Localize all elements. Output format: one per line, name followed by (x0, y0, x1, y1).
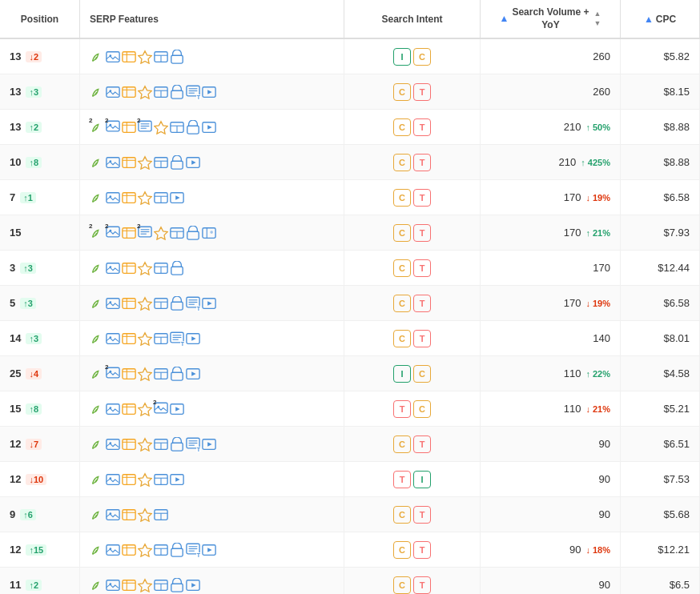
volume-cell: 170 ↓ 19% (481, 180, 621, 215)
col-header-position[interactable]: Position (0, 0, 80, 38)
serp-icon-sitelink (154, 437, 168, 452)
svg-rect-190 (171, 548, 183, 556)
cpc-value: $5.82 (663, 50, 690, 62)
sort-arrows[interactable]: ▲ ▼ (594, 10, 601, 28)
serp-icon-star (138, 296, 152, 311)
svg-marker-177 (139, 508, 151, 520)
serp-icon-sitelink (154, 578, 168, 592)
cpc-cell: $6.58 (621, 180, 700, 215)
serp-icons (90, 578, 200, 592)
intent-badge-C: C (393, 83, 411, 101)
cpc-value: $8.15 (663, 86, 690, 98)
position-change: ↓4 (26, 368, 42, 379)
serp-icon-shop (186, 120, 200, 134)
serp-icon-text2: 2 (138, 226, 152, 240)
serp-icon-video (186, 367, 200, 381)
intent-cell: CT (344, 251, 481, 285)
svg-rect-19 (171, 90, 183, 98)
serp-icon-text: T (186, 85, 200, 99)
position-number: 15 (10, 227, 21, 239)
table-row: 9 ↑6 CT 90 $5.68 (0, 497, 700, 532)
serp-icons: T (90, 331, 200, 346)
svg-marker-160 (207, 442, 211, 446)
svg-marker-208 (191, 583, 195, 587)
volume-cell: 90 ↓ 18% (481, 532, 621, 567)
position-number: 9 (10, 508, 15, 520)
svg-rect-174 (123, 509, 135, 520)
position-change: ↑6 (20, 509, 36, 520)
cpc-value: $4.58 (663, 367, 690, 379)
volume-cell: 260 (481, 39, 621, 74)
serp-cell: T (80, 74, 344, 109)
svg-marker-144 (175, 407, 179, 411)
cpc-cell: $12.44 (621, 251, 700, 285)
svg-marker-74 (155, 227, 167, 239)
cpc-value: $7.93 (663, 227, 690, 239)
yoy-change: ↑ 22% (585, 369, 610, 379)
intent-cell: CT (344, 145, 481, 179)
volume-number: 170 (593, 262, 610, 274)
cpc-cell: $8.15 (621, 74, 700, 109)
col-header-cpc[interactable]: ▲ CPC (621, 0, 700, 38)
volume-cell: 140 (481, 321, 621, 355)
serp-icon-local (122, 226, 136, 240)
serp-icons (90, 261, 184, 275)
col-header-volume[interactable]: ▲ Search Volume + YoY ▲ ▼ (481, 0, 621, 38)
serp-icon-shop (186, 226, 200, 240)
cpc-value: $6.51 (663, 438, 690, 450)
serp-icon-img2: 2 (106, 120, 120, 134)
position-number: 12 (10, 438, 21, 450)
svg-point-81 (210, 231, 213, 234)
yoy-change: ↑ 50% (585, 122, 610, 132)
intent-badge-T: T (413, 295, 431, 312)
svg-marker-53 (191, 160, 195, 164)
serp-icon-local (122, 50, 136, 64)
serp-icon-shop (170, 296, 184, 311)
col-header-intent[interactable]: Search Intent (344, 0, 481, 38)
intent-badge-C: C (413, 365, 431, 383)
serp-icon-leaf (90, 578, 104, 592)
intent-badge-T: T (413, 154, 431, 171)
svg-marker-87 (139, 262, 151, 274)
yoy-change: ↑ 425% (581, 158, 610, 167)
position-cell: 5 ↑3 (0, 286, 80, 320)
svg-rect-172 (107, 509, 119, 520)
position-cell: 13 ↓2 (0, 39, 80, 74)
serp-icon-local (122, 578, 136, 592)
cpc-cell: $7.53 (621, 462, 700, 496)
svg-rect-67 (123, 227, 135, 238)
cpc-cell: $6.58 (621, 286, 700, 320)
serp-cell: 2 (80, 391, 344, 426)
position-change: ↑3 (20, 263, 36, 274)
position-number: 3 (10, 262, 15, 274)
yoy-change: ↓ 19% (585, 193, 610, 203)
intent-badge-T: T (413, 118, 431, 136)
cpc-value: $5.21 (663, 403, 690, 415)
table-row: 12 ↓7 T CT 90 $6.51 (0, 427, 700, 462)
svg-rect-125 (123, 368, 135, 379)
serp-icon-leaf (90, 331, 104, 346)
col-header-serp[interactable]: SERP Features (80, 0, 344, 38)
position-cell: 14 ↑3 (0, 321, 80, 355)
serp-icon-video (170, 472, 184, 487)
svg-rect-92 (107, 298, 119, 308)
cpc-cell: $8.88 (621, 110, 700, 144)
table-row: 7 ↑1 CT 170 ↓ 19% $6.58 (0, 180, 700, 215)
intent-badge-C: C (413, 400, 431, 418)
svg-rect-79 (203, 227, 215, 238)
svg-marker-140 (139, 403, 151, 415)
svg-marker-25 (207, 90, 211, 94)
intent-badge-C: C (393, 435, 411, 453)
intent-badge-I: I (413, 471, 431, 488)
position-cell: 10 ↑8 (0, 145, 80, 179)
svg-marker-64 (175, 195, 179, 199)
svg-rect-28 (123, 122, 135, 132)
serp-icon-sitelink (170, 226, 184, 240)
cpc-cell: $5.21 (621, 391, 700, 426)
svg-marker-35 (155, 121, 167, 133)
serp-icon-sitelink (154, 296, 168, 311)
table-row: 13 ↑3 T CT 260 $8.15 (0, 74, 700, 110)
serp-icon-sitelink (154, 50, 168, 64)
serp-icons: 222 (90, 226, 216, 240)
serp-icon-leaf (90, 191, 104, 205)
